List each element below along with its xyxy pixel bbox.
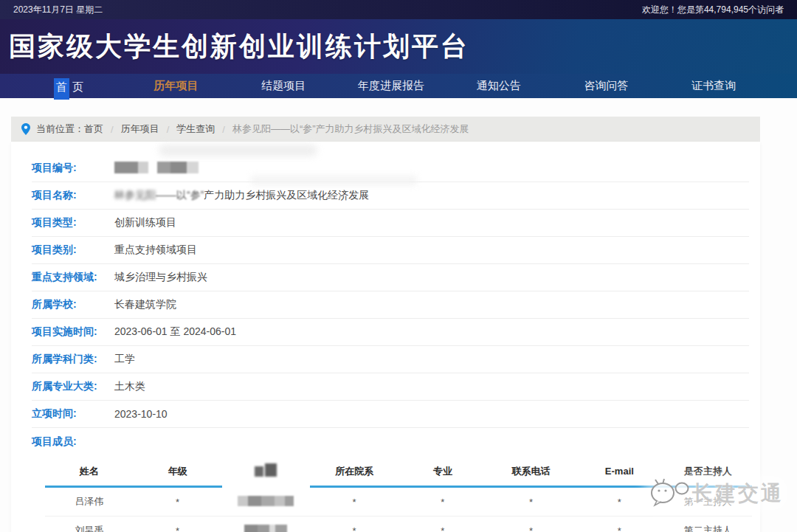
field-label: 项目实施时间: [32,325,114,339]
page-container: 当前位置： 首页 / 历年项目 / 学生查询 / 林参见阳——以“参”产力助力乡… [11,98,760,532]
member-phone: * [487,517,576,532]
col-phone: 联系电话 [487,457,576,487]
field-label: 所属学校: [32,298,114,311]
member-name: 吕泽伟 [45,487,134,517]
member-leader-role: 第一主持人 [663,487,752,517]
field-major-category: 所属专业大类: 土木类 [32,373,749,401]
redacted-header-blocks [255,463,277,477]
project-name-semi-blurred-part: ——以“参” [156,189,204,201]
member-row: 吕泽伟 * * * * * 第一主持人 [45,487,752,517]
field-label: 项目编号: [32,162,114,175]
member-major: * [398,487,487,517]
nav-concluded-projects[interactable]: 结题项目 [230,79,337,93]
top-bar: 2023年11月7日 星期二 欢迎您！您是第44,794,945个访问者 [0,0,797,19]
project-name-clear-part: 产力助力乡村振兴及区域化经济发展 [204,189,369,201]
field-label: 重点支持领域: [32,271,114,284]
nav-certificate-query[interactable]: 证书查询 [660,79,767,93]
project-detail-card: 项目编号: 项目名称: 林参见阳——以“参”产力助力乡村振兴及区域化经济发展 项… [11,142,760,532]
field-value: 林参见阳——以“参”产力助力乡村振兴及区域化经济发展 [114,189,369,202]
field-label: 项目名称: [32,189,114,202]
field-value: 2023-06-01 至 2024-06-01 [114,325,236,339]
field-value: 土木类 [114,380,145,393]
field-implementation-period: 项目实施时间: 2023-06-01 至 2024-06-01 [32,319,749,346]
field-key-support-area: 重点支持领域: 城乡治理与乡村振兴 [32,264,749,291]
col-student-id-redacted [222,457,311,487]
current-date: 2023年11月7日 星期二 [13,4,103,16]
member-major: * [398,517,487,532]
redaction-smudge [251,176,417,185]
member-grade: * [134,487,222,517]
member-student-id-redacted [222,487,311,517]
field-value [114,162,199,176]
field-project-type: 项目类型: 创新训练项目 [32,210,749,237]
members-table-wrapper: 姓名 年级 所在院系 专业 联系电话 E-mail 是否主持人 吕泽伟 [45,457,742,532]
nav-annual-progress-report[interactable]: 年度进展报告 [337,79,445,93]
field-project-members: 项目成员: [32,428,749,455]
main-nav: 首 页 历年项目 结题项目 年度进展报告 通知公告 咨询问答 证书查询 [0,74,797,98]
field-value: 工学 [114,353,135,366]
member-department: * [310,517,398,532]
field-school: 所属学校: 长春建筑学院 [32,291,749,319]
col-department: 所在院系 [310,457,398,487]
field-value: 重点支持领域项目 [114,243,197,257]
nav-notices[interactable]: 通知公告 [445,79,553,93]
member-email: * [576,517,664,532]
nav-home[interactable]: 首 页 [15,78,123,94]
field-value: 城乡治理与乡村振兴 [114,271,207,284]
col-name: 姓名 [45,457,134,487]
col-grade: 年级 [134,457,222,487]
field-label: 项目类型: [32,216,114,229]
field-value: 2023-10-10 [114,408,168,420]
breadcrumb-location-label: 当前位置： [36,122,84,136]
field-value: 长春建筑学院 [114,298,176,311]
breadcrumb-separator: / [111,124,114,135]
member-student-id-redacted [222,517,311,532]
member-row: 刘昊禹 * * * * * 第二主持人 [45,517,752,532]
nav-past-projects[interactable]: 历年项目 [123,79,230,93]
field-value: 创新训练项目 [114,216,176,229]
col-email: E-mail [576,457,664,487]
field-label: 立项时间: [32,407,114,421]
breadcrumb-student-query[interactable]: 学生查询 [176,122,215,136]
members-table-header-row: 姓名 年级 所在院系 专业 联系电话 E-mail 是否主持人 [45,457,752,487]
nav-home-highlight: 首 [54,78,69,100]
breadcrumb: 当前位置： 首页 / 历年项目 / 学生查询 / 林参见阳——以“参”产力助力乡… [11,117,760,142]
field-project-name: 项目名称: 林参见阳——以“参”产力助力乡村振兴及区域化经济发展 [32,182,749,210]
members-table: 姓名 年级 所在院系 专业 联系电话 E-mail 是否主持人 吕泽伟 [45,457,752,532]
member-grade: * [134,517,222,532]
field-label: 项目成员: [32,435,114,449]
site-banner: 国家级大学生创新创业训练计划平台 [0,19,797,74]
breadcrumb-separator: / [167,124,170,135]
breadcrumb-past-projects[interactable]: 历年项目 [121,122,159,136]
member-department: * [310,487,398,517]
breadcrumb-current-project: 林参见阳——以“参”产力助力乡村振兴及区域化经济发展 [232,122,469,136]
member-name: 刘昊禹 [45,517,134,532]
field-label: 所属专业大类: [32,380,114,393]
field-label: 所属学科门类: [32,353,114,366]
breadcrumb-separator: / [222,124,225,135]
field-discipline-category: 所属学科门类: 工学 [32,346,749,373]
col-is-leader: 是否主持人 [663,457,752,487]
member-email: * [576,487,664,517]
nav-qa[interactable]: 咨询问答 [553,79,660,93]
breadcrumb-home[interactable]: 首页 [84,122,103,136]
nav-home-rest: 页 [69,80,83,93]
visitor-welcome: 欢迎您！您是第44,794,945个访问者 [642,4,784,16]
field-label: 项目类别: [32,243,114,257]
location-pin-icon [21,123,30,135]
site-title: 国家级大学生创新创业训练计划平台 [9,29,469,65]
member-leader-role: 第二主持人 [663,517,752,532]
field-project-category: 项目类别: 重点支持领域项目 [32,237,749,264]
field-approval-date: 立项时间: 2023-10-10 [32,401,749,428]
redacted-project-number [114,162,199,173]
redaction-smudge [159,145,317,156]
member-phone: * [487,487,576,517]
project-name-blurred-part: 林参见阳 [114,189,156,201]
col-major: 专业 [398,457,487,487]
